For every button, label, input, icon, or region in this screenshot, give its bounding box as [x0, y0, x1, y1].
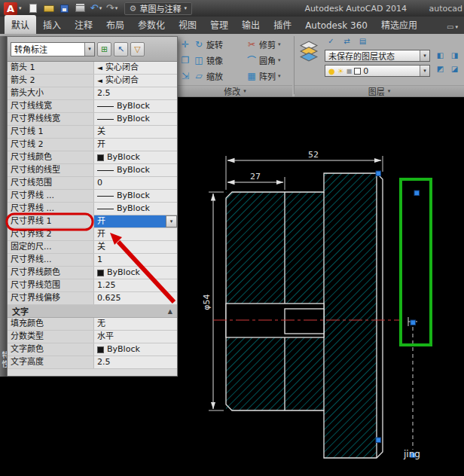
layer-freeze-button[interactable]: ◩ — [434, 63, 447, 75]
layer-properties-button[interactable] — [298, 40, 320, 72]
undo-icon: ↶ — [90, 5, 99, 12]
object-type-dropdown[interactable]: 转角标注 ▾ — [11, 42, 95, 56]
property-value[interactable]: ByBlock — [94, 190, 177, 202]
property-row-4: 尺寸界线线宽ByBlock — [8, 113, 177, 126]
layer-unisolate-button[interactable]: ◨ — [448, 50, 461, 61]
property-value[interactable]: 2.5 — [94, 87, 177, 99]
property-value[interactable]: ByBlock — [94, 113, 177, 125]
ribbon-minimize-button[interactable]: ▭▾ — [447, 23, 464, 34]
tool-label: 镜像 — [206, 54, 223, 66]
tab-默认[interactable]: 默认 — [5, 15, 36, 34]
property-value-text: 0.625 — [97, 292, 121, 304]
toggle-pickadd-button[interactable]: ⊞ — [97, 42, 111, 56]
tab-输出[interactable]: 输出 — [235, 15, 267, 34]
stretch-tool-button[interactable]: ⇲ — [179, 69, 191, 84]
property-value[interactable]: 开▾ — [94, 215, 177, 227]
save-button[interactable] — [57, 2, 72, 15]
panel-caret-icon: ▾ — [243, 88, 246, 94]
color-swatch — [97, 346, 104, 353]
property-value[interactable]: ◄实心闭合 — [94, 62, 177, 74]
stretch-icon: ⇲ — [180, 71, 191, 81]
move-tool-button[interactable]: ✛ — [179, 37, 191, 52]
layer-isolate-button[interactable]: ◧ — [434, 50, 447, 61]
property-value[interactable]: 1 — [94, 254, 177, 266]
dim-phi54-text: φ54 — [202, 294, 212, 310]
property-value-text: 无 — [97, 318, 105, 330]
tab-精选应用[interactable]: 精选应用 — [374, 15, 424, 34]
tab-管理[interactable]: 管理 — [203, 15, 235, 34]
gear-icon: ⚙ — [130, 4, 137, 14]
undo-button[interactable]: ↶▾ — [89, 2, 104, 15]
tab-插件[interactable]: 插件 — [267, 15, 298, 34]
rotate-tool-button[interactable]: ↻旋转 — [193, 37, 244, 52]
grip[interactable] — [411, 320, 416, 325]
property-row-1: 箭头 2◄实心闭合 — [8, 75, 177, 87]
redo-button[interactable]: ↷▾ — [105, 2, 120, 15]
layer-previous-button[interactable]: ▤ — [356, 35, 369, 47]
property-value[interactable]: 无 — [94, 318, 177, 330]
property-value[interactable]: 1.25 — [94, 279, 177, 291]
trim-tool-button[interactable]: ✂修剪▾ — [246, 37, 292, 52]
fillet-tool-button[interactable]: ⌒圆角▾ — [246, 53, 292, 68]
property-label: 尺寸界线范围 — [8, 279, 94, 291]
property-row-21: 分数类型水平 — [8, 331, 177, 343]
modify-panel-label[interactable]: 修改▾ — [178, 85, 292, 96]
property-value-text: 1 — [97, 254, 102, 266]
property-value[interactable]: ByBlock — [94, 203, 177, 215]
property-value[interactable]: ◄实心闭合 — [94, 75, 177, 87]
quick-select-button[interactable]: ▽ — [130, 42, 145, 56]
layer-off-button[interactable]: ◪ — [448, 63, 461, 75]
set-current-layer-button[interactable]: ✓ — [325, 35, 337, 47]
property-label: 尺寸线的线型 — [8, 164, 94, 176]
property-label: 尺寸界线 2 — [8, 228, 94, 240]
workspace-dropdown[interactable]: ⚙ 草图与注释 ▾ — [124, 2, 192, 15]
property-value[interactable]: 开 — [94, 228, 177, 240]
scale-tool-button[interactable]: ▱缩放 — [193, 69, 244, 84]
ribbon-tab-list: 默认插入注释布局参数化视图管理输出插件Autodesk 360精选应用 — [5, 17, 424, 34]
modify-panel-title: 修改 — [224, 85, 240, 97]
property-value[interactable]: ByBlock — [94, 100, 177, 112]
category-header-文字[interactable]: 文字▲ — [8, 305, 177, 318]
quick-access-toolbar: ↶▾ ↷▾ — [26, 2, 120, 15]
array-tool-button[interactable]: ▦阵列▾ — [246, 69, 292, 84]
property-value-text: ByBlock — [107, 151, 140, 163]
property-value[interactable]: 开 — [94, 139, 177, 151]
property-value[interactable]: 2.5 — [94, 356, 177, 368]
plot-button[interactable] — [73, 2, 88, 15]
palette-title-strip[interactable]: 特性 — [0, 36, 7, 377]
tab-参数化[interactable]: 参数化 — [131, 15, 172, 34]
property-row-18: 尺寸界线偏移0.625 — [8, 292, 177, 305]
tab-插入[interactable]: 插入 — [36, 15, 68, 34]
tab-Autodesk 360[interactable]: Autodesk 360 — [298, 17, 374, 34]
tab-注释[interactable]: 注释 — [68, 15, 99, 34]
open-button[interactable] — [41, 2, 56, 15]
autocad-window: A ▾ ↶▾ ↷▾ ⚙ 草图与注释 ▾ Autodesk AutoCAD 201… — [0, 0, 464, 476]
layer-select-dropdown[interactable]: ● ☀ ■ 0 ▾ — [325, 65, 430, 77]
property-value[interactable]: ByBlock — [94, 267, 177, 279]
property-value[interactable]: ByBlock — [94, 164, 177, 176]
trim-icon: ✂ — [246, 39, 257, 50]
property-value[interactable]: ByBlock — [94, 343, 177, 355]
property-value[interactable]: 0 — [94, 177, 177, 189]
select-objects-button[interactable]: ↖ — [114, 42, 128, 56]
property-value[interactable]: 水平 — [94, 331, 177, 343]
layer-state-dropdown[interactable]: 未保存的图层状态 ▾ — [325, 50, 430, 62]
tab-视图[interactable]: 视图 — [172, 15, 203, 34]
layers-panel-label[interactable]: 图层▾ — [295, 85, 464, 96]
copy-tool-button[interactable]: ❐ — [179, 53, 191, 68]
property-value[interactable]: 关 — [94, 241, 177, 253]
property-value[interactable]: 0.625 — [94, 292, 177, 304]
value-dropdown-button[interactable]: ▾ — [166, 215, 177, 227]
grip[interactable] — [414, 191, 420, 196]
mirror-tool-button[interactable]: ◫镜像 — [193, 53, 244, 68]
tab-布局[interactable]: 布局 — [99, 15, 131, 34]
new-button[interactable] — [26, 2, 41, 15]
current-layer-name: 0 — [363, 66, 368, 76]
property-value[interactable]: ByBlock — [94, 151, 177, 163]
property-row-6: 尺寸线 2开 — [8, 139, 177, 151]
match-layer-button[interactable]: ⇄ — [340, 35, 353, 47]
autocad-logo-button[interactable]: A ▾ — [2, 1, 24, 16]
grip[interactable] — [376, 438, 381, 443]
property-value[interactable]: 关 — [94, 126, 177, 138]
grip[interactable] — [376, 171, 381, 176]
